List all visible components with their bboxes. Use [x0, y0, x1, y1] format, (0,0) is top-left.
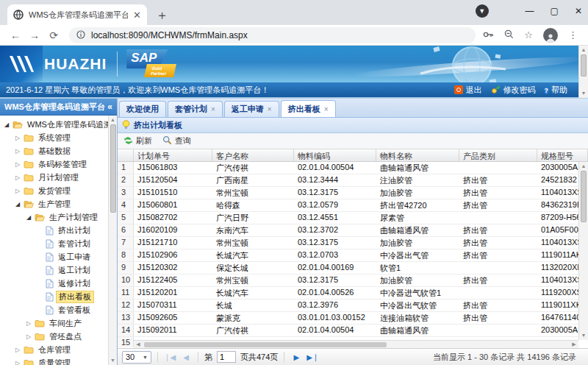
table-row[interactable]: 2J15120504广西南星03.12.3444注油胶管挤出管24521832 [118, 174, 588, 187]
table-row[interactable]: 3J15101510常州宝顿03.12.3175加油胶管挤出管1104013XS… [118, 187, 588, 199]
grid-horizontal-scrollbar[interactable]: ◀ ▶ [134, 340, 578, 348]
download-indicator-icon[interactable]: ▼ [476, 4, 489, 18]
sidebar-item-返工计划[interactable]: 返工计划 [0, 263, 108, 277]
tab-close-icon[interactable]: × [211, 105, 215, 113]
last-page-button[interactable]: ▶❘ [306, 353, 318, 361]
sidebar-item-套管计划[interactable]: 套管计划 [0, 237, 108, 250]
url-text[interactable]: localhost:8090/MCHWMS/frmMain.aspx [91, 30, 248, 40]
reload-button[interactable]: ⟳ [46, 29, 62, 41]
collapsed-arrow-icon[interactable]: ▷ [25, 333, 32, 340]
tab-返工申请[interactable]: 返工申请× [224, 101, 279, 117]
zoom-icon[interactable] [504, 29, 514, 40]
sidebar-scrollbar[interactable]: ▲ ▼ [108, 116, 117, 365]
tab-挤出看板[interactable]: 挤出看板× [281, 100, 336, 117]
collapsed-arrow-icon[interactable]: ▷ [14, 135, 21, 141]
scroll-down-icon[interactable]: ▼ [581, 331, 587, 340]
sidebar-item-质量管理[interactable]: ▷质量管理 [0, 356, 108, 365]
sidebar-item-WMS仓库管理条码追溯系统[interactable]: ◢WMS仓库管理条码追溯系统 [0, 118, 108, 131]
header-action-帮助[interactable]: ?帮助 [545, 85, 568, 96]
sidebar-item-月计划管理[interactable]: ▷月计划管理 [0, 171, 108, 184]
sidebar-item-生产管理[interactable]: ◢生产管理 [0, 197, 108, 210]
close-window-button[interactable]: ✕ [575, 7, 582, 15]
sidebar-item-挤出计划[interactable]: 挤出计划 [0, 224, 108, 237]
scroll-up-icon[interactable]: ▲ [581, 162, 587, 171]
collapsed-arrow-icon[interactable]: ▷ [14, 174, 21, 181]
expanded-arrow-icon[interactable]: ◢ [25, 214, 32, 221]
browser-menu-icon[interactable]: ⋮ [568, 29, 578, 40]
first-page-button[interactable]: ❘◀ [164, 353, 176, 361]
sidebar-item-返工申请[interactable]: 返工申请 [0, 250, 108, 263]
page-info-icon[interactable] [76, 30, 85, 40]
scrollbar-thumb[interactable] [581, 54, 587, 77]
table-row[interactable]: 9J15120302保定长城02.01.04.00169软管11132020XK… [118, 262, 588, 274]
sidebar-item-套管看板[interactable]: 套管看板 [0, 303, 108, 316]
sidebar-item-挤出看板[interactable]: 挤出看板 [0, 290, 108, 303]
collapsed-arrow-icon[interactable]: ▷ [14, 360, 21, 365]
collapsed-arrow-icon[interactable]: ▷ [25, 320, 32, 327]
scroll-right-icon[interactable]: ▶ [570, 341, 578, 347]
sidebar-collapse-icon[interactable]: « [107, 102, 112, 112]
sidebar-item-条码标签管理[interactable]: ▷条码标签管理 [0, 157, 108, 171]
sidebar-item-返修计划[interactable]: 返修计划 [0, 277, 108, 290]
profile-avatar[interactable] [543, 28, 558, 43]
next-page-button[interactable]: ▶ [290, 353, 302, 361]
table-row[interactable]: 6J16020109东南汽车03.12.3702曲轴箱通风管挤出管01A05F0… [118, 224, 588, 237]
expanded-arrow-icon[interactable]: ◢ [3, 121, 10, 128]
page-size-select[interactable]: 30 ▼ [122, 351, 151, 364]
table-row[interactable]: 13J15092605蒙派克03.01.01.03.00152连接油箱软管挤出管… [118, 312, 588, 325]
scroll-down-icon[interactable]: ▼ [110, 356, 115, 365]
tab-套管计划[interactable]: 套管计划× [168, 101, 223, 117]
collapsed-arrow-icon[interactable]: ▷ [14, 161, 21, 168]
table-row[interactable]: 1J15061803广汽传祺02.01.04.00504曲轴箱通风管203000… [118, 162, 588, 174]
forward-button[interactable]: → [26, 29, 43, 41]
table-row[interactable]: 10J15122405常州宝顿03.12.3175加油胶管挤出管1104013X… [118, 274, 588, 287]
sidebar-item-车间生产[interactable]: ▷车间生产 [0, 316, 108, 330]
scroll-left-icon[interactable]: ◀ [134, 341, 143, 347]
tab-close-icon[interactable]: × [324, 105, 329, 113]
new-tab-button[interactable]: ＋ [156, 9, 168, 21]
address-bar[interactable]: localhost:8090/MCHWMS/frmMain.aspx [69, 27, 476, 43]
sidebar-item-生产计划管理[interactable]: ◢生产计划管理 [0, 210, 108, 224]
toolbar-button-刷新[interactable]: 刷新 [123, 135, 152, 146]
column-header-物料编码[interactable]: 物料编码 [294, 149, 376, 161]
table-row[interactable]: 8J15102906长城汽车03.12.0703中冷器出气管挤出管1119011… [118, 249, 588, 262]
minimize-button[interactable]: — [526, 7, 534, 15]
tab-close-icon[interactable]: × [268, 105, 272, 113]
column-header-产品类别[interactable]: 产品类别 [459, 149, 537, 161]
column-header-客户名称[interactable]: 客户名称 [212, 149, 294, 161]
column-header-物料名称[interactable]: 物料名称 [376, 149, 459, 161]
collapsed-arrow-icon[interactable]: ▷ [14, 347, 21, 353]
password-key-icon[interactable] [483, 31, 494, 40]
header-action-修改密码[interactable]: 修改密码 [491, 85, 536, 96]
toolbar-button-查询[interactable]: 查询 [162, 135, 191, 146]
sidebar-item-管坯盘点[interactable]: ▷管坯盘点 [0, 330, 108, 343]
table-row[interactable]: 11J15120201长城汽车02.01.04.00526中冷器进气软管1111… [118, 287, 588, 300]
scroll-up-icon[interactable]: ▲ [110, 116, 115, 124]
scroll-down-icon[interactable]: ▼ [581, 89, 587, 98]
maximize-button[interactable]: ▢ [551, 7, 559, 15]
grid-vertical-scrollbar[interactable]: ▲ ▼ [578, 162, 588, 340]
scroll-up-icon[interactable]: ▲ [581, 46, 587, 54]
sidebar-item-发货管理[interactable]: ▷发货管理 [0, 184, 108, 197]
sidebar-item-仓库管理[interactable]: ▷仓库管理 [0, 343, 108, 356]
table-row[interactable]: 5J15082702广汽日野03.12.4551尿素管87209-H56A [118, 212, 588, 224]
scrollbar-thumb[interactable] [144, 342, 387, 347]
expanded-arrow-icon[interactable]: ◢ [14, 201, 21, 208]
sidebar-item-基础数据[interactable]: ▷基础数据 [0, 144, 108, 157]
tab-close-icon[interactable]: ✕ [133, 10, 141, 20]
page-scrollbar[interactable]: ▲ ▼ [578, 46, 588, 98]
table-row[interactable]: 4J15060801哈得森03.12.0579挤出管42720挤出管843623… [118, 199, 588, 212]
tab-欢迎使用[interactable]: 欢迎使用 [119, 101, 166, 117]
collapsed-arrow-icon[interactable]: ▷ [14, 188, 21, 194]
bookmark-star-icon[interactable]: ☆ [524, 29, 533, 40]
prev-page-button[interactable]: ◀ [180, 353, 192, 361]
column-header-规格型号[interactable]: 规格型号 [537, 149, 588, 161]
collapsed-arrow-icon[interactable]: ▷ [14, 148, 21, 155]
table-row[interactable]: 14J15092011广汽传祺02.01.04.00504曲轴箱通风管20300… [118, 325, 588, 337]
table-row[interactable]: 7J15121710常州宝顿03.12.3175加油胶管挤出管1104013XS… [118, 237, 588, 249]
header-action-退出[interactable]: 退出 [454, 85, 482, 96]
back-button[interactable]: ← [7, 29, 24, 41]
scrollbar-thumb[interactable] [110, 124, 116, 213]
sidebar-item-系统管理[interactable]: ▷系统管理 [0, 131, 108, 144]
browser-tab[interactable]: WMS仓库管理条码追溯平台 ✕ [7, 4, 147, 25]
